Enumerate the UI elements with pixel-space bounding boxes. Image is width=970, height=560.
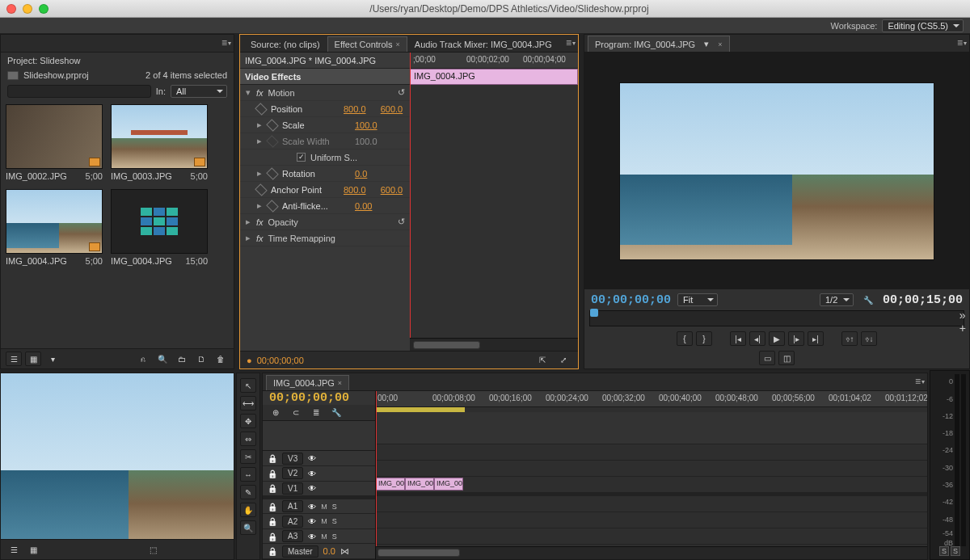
workspace-dropdown[interactable]: Editing (CS5.5) bbox=[882, 19, 964, 32]
marker-icon[interactable]: ≣ bbox=[308, 406, 324, 420]
linked-selection-icon[interactable]: ⊂ bbox=[288, 406, 304, 420]
close-icon[interactable]: × bbox=[396, 40, 400, 48]
antiflicker-property[interactable]: ▸ Anti-flicke... 0.00 bbox=[240, 198, 410, 214]
timeline-scrollbar[interactable] bbox=[376, 546, 927, 559]
zoom-tool-icon[interactable]: 🔍 bbox=[240, 520, 256, 535]
opacity-effect[interactable]: ▸fxOpacity↺ bbox=[240, 214, 410, 230]
rolling-edit-tool-icon[interactable]: ⇔ bbox=[240, 432, 256, 446]
settings-icon[interactable]: 🔧 bbox=[328, 406, 344, 420]
bin-item[interactable]: IMG_0004.JPG15;00 bbox=[111, 189, 208, 266]
resolution-dropdown[interactable]: 1/2 bbox=[820, 293, 854, 306]
playhead[interactable] bbox=[410, 53, 411, 351]
tab-audio-mixer[interactable]: Audio Track Mixer: IMG_0004.JPG bbox=[407, 36, 559, 52]
timeline-clip[interactable]: IMG_000 bbox=[405, 478, 434, 491]
clear-icon[interactable]: 🗑 bbox=[213, 352, 229, 366]
lock-icon[interactable] bbox=[268, 546, 277, 556]
eye-icon[interactable] bbox=[308, 453, 316, 463]
freeform-view-icon[interactable]: ▾ bbox=[44, 352, 61, 366]
step-back-icon[interactable]: ◂| bbox=[749, 331, 765, 346]
bin-item[interactable]: IMG_0002.JPG5;00 bbox=[6, 104, 103, 181]
ingest-icon[interactable]: ⬚ bbox=[145, 542, 161, 557]
zoom-fit-dropdown[interactable]: Fit bbox=[677, 293, 718, 306]
rotation-property[interactable]: ▸ Rotation 0.0 bbox=[240, 166, 410, 182]
lock-icon[interactable] bbox=[268, 469, 277, 478]
solo-left[interactable]: S bbox=[939, 546, 949, 556]
track-header-a1[interactable]: A1MS bbox=[263, 499, 375, 515]
panel-menu-icon[interactable] bbox=[221, 37, 232, 48]
export-frame-icon[interactable]: ▭ bbox=[759, 351, 775, 365]
go-to-out-icon[interactable]: ▸| bbox=[808, 331, 824, 346]
program-timecode-in[interactable]: 00;00;00;00 bbox=[591, 293, 671, 307]
bin-item[interactable]: IMG_0003.JPG5;00 bbox=[111, 104, 208, 181]
tab-effect-controls[interactable]: Effect Controls× bbox=[327, 36, 407, 52]
solo-right[interactable]: S bbox=[951, 546, 960, 556]
track-a3[interactable] bbox=[376, 528, 927, 545]
time-remap-effect[interactable]: ▸fxTime Remapping bbox=[240, 230, 410, 246]
anchor-point-property[interactable]: Anchor Point 800.0 600.0 bbox=[240, 182, 410, 198]
keyframe-icon[interactable] bbox=[266, 167, 279, 180]
track-a1[interactable] bbox=[376, 496, 927, 512]
track-v2[interactable] bbox=[376, 461, 927, 477]
pen-tool-icon[interactable]: ✎ bbox=[240, 485, 256, 499]
window-maximize[interactable] bbox=[39, 4, 48, 14]
hand-tool-icon[interactable]: ✋ bbox=[240, 503, 256, 517]
eye-icon[interactable] bbox=[308, 469, 316, 478]
new-item-icon[interactable]: 🗋 bbox=[193, 352, 209, 366]
track-header-v3[interactable]: V3 bbox=[263, 451, 375, 466]
efc-clip-bar[interactable]: IMG_0004.JPG bbox=[410, 69, 578, 85]
selection-tool-icon[interactable]: ↖ bbox=[240, 378, 256, 393]
step-forward-icon[interactable]: |▸ bbox=[788, 331, 804, 346]
close-icon[interactable]: × bbox=[718, 40, 722, 48]
lock-icon[interactable] bbox=[268, 483, 277, 493]
track-header-v2[interactable]: V2 bbox=[263, 466, 375, 482]
keyframe-icon[interactable] bbox=[255, 103, 268, 116]
keyframe-icon[interactable] bbox=[266, 200, 279, 213]
track-header-v1[interactable]: V1 bbox=[263, 482, 375, 497]
panel-menu-icon[interactable] bbox=[565, 37, 576, 48]
list-view-icon[interactable]: ☰ bbox=[6, 542, 22, 557]
list-view-icon[interactable]: ☰ bbox=[6, 352, 22, 366]
track-v3[interactable] bbox=[376, 444, 927, 461]
timeline-timecode[interactable]: 00;00;00;00 bbox=[263, 391, 375, 405]
find-icon[interactable]: 🔍 bbox=[154, 352, 171, 366]
close-icon[interactable]: × bbox=[338, 379, 342, 387]
efc-scrollbar[interactable] bbox=[410, 338, 578, 351]
tab-source[interactable]: Source: (no clips) bbox=[243, 36, 327, 52]
uniform-scale-checkbox[interactable] bbox=[297, 153, 306, 162]
position-property[interactable]: Position 800.0 600.0 bbox=[240, 101, 410, 117]
mark-out-icon[interactable]: } bbox=[696, 331, 712, 346]
keyframe-icon[interactable] bbox=[255, 183, 268, 196]
go-to-in-icon[interactable]: |◂ bbox=[730, 331, 746, 346]
new-bin-icon[interactable]: 🗀 bbox=[174, 352, 190, 366]
keyframe-icon[interactable] bbox=[266, 119, 279, 132]
ripple-edit-tool-icon[interactable]: ✥ bbox=[240, 414, 256, 428]
snap-icon[interactable]: ⊕ bbox=[268, 406, 284, 420]
mark-in-icon[interactable]: { bbox=[677, 331, 693, 346]
track-header-a3[interactable]: A3MS bbox=[263, 529, 375, 545]
eye-icon[interactable] bbox=[308, 502, 316, 512]
efc-ruler[interactable]: ;00;00 00;00;02;00 00;00;04;00 bbox=[410, 53, 578, 69]
reset-icon[interactable]: ↺ bbox=[398, 217, 405, 227]
lock-icon[interactable] bbox=[268, 453, 277, 463]
motion-effect[interactable]: ▾fxMotion↺ bbox=[240, 85, 410, 101]
automate-to-sequence-icon[interactable]: ⎌ bbox=[135, 352, 151, 366]
project-filename[interactable]: Slideshow.prproj bbox=[23, 70, 89, 80]
icon-view-icon[interactable]: ▦ bbox=[25, 542, 41, 557]
lock-icon[interactable] bbox=[268, 532, 277, 541]
timeline-clip[interactable]: IMG_000 bbox=[434, 478, 463, 491]
in-dropdown[interactable]: All bbox=[171, 85, 227, 98]
icon-view-icon[interactable]: ▦ bbox=[25, 352, 41, 366]
razor-tool-icon[interactable]: ✂ bbox=[240, 449, 256, 464]
efc-timecode[interactable]: 00;00;00;00 bbox=[257, 356, 304, 365]
program-scrubber[interactable] bbox=[589, 310, 964, 326]
uniform-scale-row[interactable]: Uniform S... bbox=[240, 149, 410, 166]
tab-sequence[interactable]: IMG_0004.JPG× bbox=[266, 375, 349, 390]
comparison-view-icon[interactable]: ◫ bbox=[778, 351, 795, 365]
lock-icon[interactable] bbox=[268, 516, 277, 526]
scale-property[interactable]: ▸ Scale 100.0 bbox=[240, 117, 410, 133]
playhead-marker[interactable] bbox=[590, 309, 598, 317]
track-v1[interactable]: IMG_000 IMG_000 IMG_000 bbox=[376, 477, 927, 493]
timeline-ruler[interactable]: 00;00 00;00;08;00 00;00;16;00 00;00;24;0… bbox=[376, 391, 927, 407]
track-select-tool-icon[interactable]: ⟷ bbox=[240, 396, 256, 411]
play-icon[interactable]: ▶ bbox=[769, 331, 785, 346]
